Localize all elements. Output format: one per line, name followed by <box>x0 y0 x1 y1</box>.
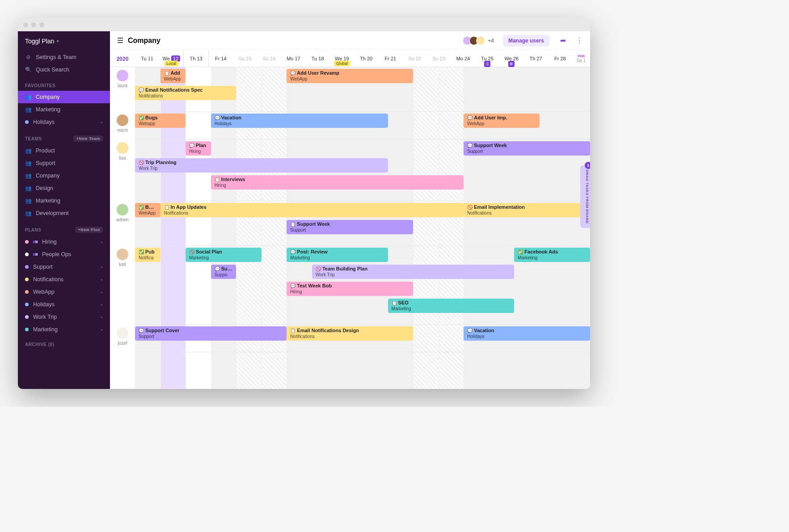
sidebar-item-favourite[interactable]: 👥Company <box>18 91 110 103</box>
task-title: 💬Vacation <box>215 115 384 121</box>
task-plan: Marketing <box>290 255 384 261</box>
calendar-day[interactable]: Th 13 <box>183 50 208 67</box>
task-card[interactable]: 💬VacationHolidays <box>464 326 590 341</box>
plan-dot-icon <box>25 315 29 319</box>
task-card[interactable]: 🚫Social PlanMarketing <box>186 248 262 262</box>
task-card[interactable]: 📋SEOMarketing <box>388 299 515 313</box>
task-card[interactable]: ✅BugsWebapp <box>135 114 186 128</box>
calendar-day[interactable]: Fr 21 <box>378 50 402 67</box>
task-card[interactable]: 💬VacationHolidays <box>211 114 388 128</box>
task-card[interactable]: 💬Post: ReviewMarketing <box>287 248 388 262</box>
sidebar-item-plan[interactable]: WebApp▸ <box>18 286 110 298</box>
sidebar-item-plan[interactable]: Hiring▸ <box>18 236 110 248</box>
board-icon <box>33 253 38 256</box>
traffic-light-min[interactable] <box>31 22 36 27</box>
task-card[interactable]: 🚫Email ImplementationNotifications <box>464 203 590 217</box>
sidebar-item-favourite[interactable]: 👥Marketing <box>18 103 110 116</box>
calendar-day[interactable]: Th 27 <box>524 50 548 67</box>
nav-search[interactable]: 🔍 Quick Search <box>18 63 110 76</box>
day-marker: Global <box>334 61 350 66</box>
person-row-label[interactable]: laura <box>110 67 135 112</box>
day-label: Th 27 <box>530 56 542 61</box>
task-card[interactable]: 💬Support WeekSupport <box>464 141 590 156</box>
timeline-grid: 📋AddWebApp💬Add User RevampWebApp💬Email N… <box>135 67 590 389</box>
task-card[interactable]: 📋Email Notifications DesignNotifications <box>287 326 413 341</box>
calendar-day[interactable]: Sa 22 <box>402 50 426 67</box>
person-row-label[interactable]: jozef <box>110 325 135 352</box>
timeline[interactable]: lauramitchlisaadrienkatijozef 📋AddWebApp… <box>110 67 590 389</box>
manage-users-button[interactable]: Manage users <box>503 35 549 46</box>
task-card[interactable]: ✅PubNotifica <box>135 248 160 262</box>
sidebar-item-label: Holidays <box>33 301 55 308</box>
sidebar-item-favourite[interactable]: Holidays▸ <box>18 116 110 128</box>
brand-switcher[interactable]: Toggl Plan ▾ <box>18 31 110 51</box>
calendar-day[interactable]: Th 20 <box>354 50 378 67</box>
sidebar-item-plan[interactable]: Holidays▸ <box>18 298 110 311</box>
archive-section[interactable]: ARCHIVE (0) <box>18 336 110 353</box>
calendar-day[interactable]: We 19Global <box>330 50 354 67</box>
person-row-label[interactable]: adrien <box>110 201 135 246</box>
calendar-day[interactable]: Tu 253 <box>475 50 499 67</box>
sidebar-item-team[interactable]: 👥Company <box>18 169 110 182</box>
task-card[interactable]: 📋InterviewsHiring <box>211 175 464 190</box>
task-card[interactable]: 💬PlanHiring <box>186 141 211 156</box>
person-name: mitch <box>117 128 128 133</box>
task-card[interactable]: 💬Add User RevampWebApp <box>287 69 413 83</box>
sidebar-item-plan[interactable]: Marketing▸ <box>18 323 110 336</box>
task-card[interactable]: ✅Facebook AdsMarketing <box>514 248 590 262</box>
calendar-day[interactable]: Fr 14 <box>209 50 233 67</box>
person-row-label[interactable]: mitch <box>110 112 135 139</box>
sidebar-item-plan[interactable]: Work Trip▸ <box>18 311 110 323</box>
traffic-light-close[interactable] <box>23 22 28 27</box>
share-icon[interactable]: ➦ <box>560 36 566 45</box>
sidebar-item-plan[interactable]: People Ops <box>18 248 110 261</box>
nav-settings[interactable]: ⚙ Settings & Team <box>18 51 110 63</box>
sidebar-item-team[interactable]: 👥Product <box>18 144 110 157</box>
person-row-label[interactable]: kati <box>110 246 135 325</box>
chevron-right-icon: ▸ <box>101 303 103 307</box>
avatar-stack[interactable]: +4 <box>465 36 494 45</box>
task-card[interactable]: 📋In App UpdatesNotifications <box>160 203 464 217</box>
sidebar-item-label: Work Trip <box>33 314 57 320</box>
calendar-day[interactable]: We 26❄ <box>499 50 523 67</box>
calendar-day[interactable]: Su 23 <box>427 50 451 67</box>
task-status-icon: ✅ <box>518 249 523 254</box>
calendar-day[interactable]: Tu 11 <box>135 50 159 67</box>
calendar-day[interactable]: Tu 18 <box>306 50 330 67</box>
task-card[interactable]: 📋AddWebApp <box>160 69 186 83</box>
traffic-light-max[interactable] <box>39 22 44 27</box>
plan-dot-icon <box>25 253 29 256</box>
drag-tasks-tab[interactable]: 1 DRAG TASKS FROM BOARD <box>580 165 590 228</box>
calendar-day[interactable]: Su 16 <box>257 50 281 67</box>
calendar-year[interactable]: 2020 <box>110 50 135 67</box>
task-card[interactable]: 💬Test Week BobHiring <box>287 282 413 296</box>
task-title: ✅Pub <box>139 249 157 255</box>
task-card[interactable]: 💬Support CoverSupport <box>135 326 287 341</box>
sidebar-item-team[interactable]: 👥Marketing <box>18 194 110 207</box>
sidebar-item-plan[interactable]: Notifications▸ <box>18 273 110 286</box>
task-card[interactable]: 💬Add User Imp.WebApp <box>464 114 540 128</box>
task-card[interactable]: ✅BugsWebApp <box>135 203 160 217</box>
calendar-day[interactable]: We 12Local <box>159 50 183 67</box>
task-card[interactable]: 🚫Team Building PlanWork Trip <box>312 265 514 279</box>
menu-icon[interactable]: ☰ <box>117 36 123 45</box>
task-card[interactable]: 🚫Trip PlanningWork Trip <box>135 158 388 173</box>
task-title: ✅Bugs <box>139 204 157 210</box>
calendar-day[interactable]: Fr 28 <box>548 50 572 67</box>
calendar-day[interactable]: Sa 15 <box>233 50 257 67</box>
task-card[interactable]: 💬Email Notifications SpecNotifications <box>135 86 236 100</box>
task-card[interactable]: 📋Support WeekSupport <box>287 220 413 234</box>
sidebar-item-team[interactable]: 👥Support <box>18 157 110 169</box>
calendar-day[interactable]: Mo 24 <box>451 50 475 67</box>
more-options-icon[interactable]: ⋮ <box>576 36 583 45</box>
sidebar-item-team[interactable]: 👥Design <box>18 182 110 194</box>
new-plan-button[interactable]: +New Plan <box>75 227 103 233</box>
day-label: Mo 17 <box>287 56 300 61</box>
person-row-label[interactable]: lisa <box>110 139 135 201</box>
calendar-day[interactable]: Mo 17 <box>281 50 305 67</box>
task-title: 💬Test Week Bob <box>290 283 409 289</box>
sidebar-item-team[interactable]: 👥Development <box>18 207 110 220</box>
task-card[interactable]: 💬SuppSuppo <box>211 265 236 279</box>
sidebar-item-plan[interactable]: Support▸ <box>18 261 110 273</box>
new-team-button[interactable]: +New Team <box>73 135 103 142</box>
